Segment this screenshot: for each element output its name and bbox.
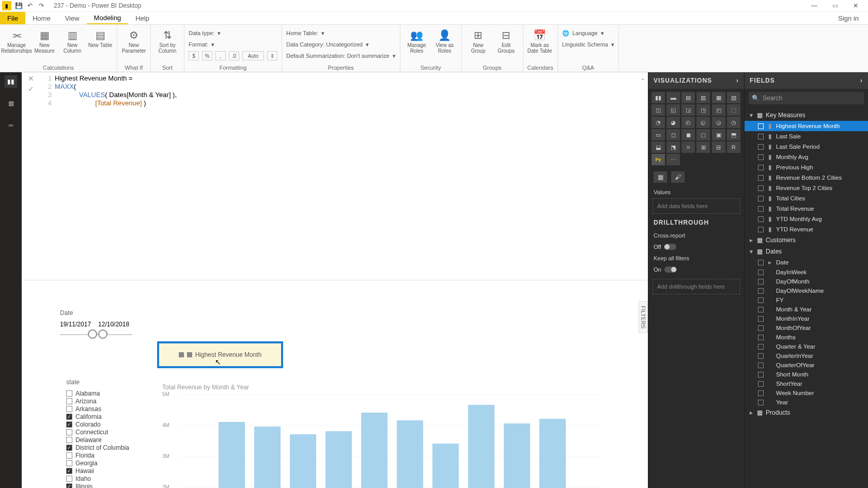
viz-type-button[interactable]: ▣ — [712, 129, 725, 140]
chart-bar[interactable] — [468, 405, 494, 488]
field-checkbox[interactable] — [758, 335, 764, 340]
sort-by-column-button[interactable]: ⇅Sort by Column — [155, 28, 180, 54]
checkbox-icon[interactable] — [66, 390, 72, 397]
checkbox-icon[interactable]: ✓ — [66, 483, 72, 488]
viz-type-button[interactable]: R — [727, 141, 740, 153]
checkbox-icon[interactable]: ✓ — [66, 414, 72, 420]
field-item[interactable]: ▮Revenue Top 2 Cities — [745, 183, 868, 193]
field-checkbox[interactable] — [758, 144, 764, 150]
save-icon[interactable]: 💾 — [14, 2, 23, 10]
field-checkbox[interactable] — [758, 307, 764, 312]
format-tab[interactable]: 🖌 — [671, 171, 685, 183]
viz-type-button[interactable]: ◲ — [681, 104, 695, 116]
table-header[interactable]: ▸▦Products — [745, 407, 868, 418]
linguistic-schema-dropdown[interactable]: Linguistic Schema ▾ — [562, 39, 614, 50]
slider-handle-end[interactable] — [98, 329, 107, 339]
state-item[interactable]: ✓Colorado — [66, 421, 129, 428]
home-table-dropdown[interactable]: Home Table: ▾ — [286, 28, 396, 38]
checkbox-icon[interactable] — [66, 398, 72, 404]
field-checkbox[interactable] — [758, 316, 764, 322]
summarization-dropdown[interactable]: Default Summarization: Don't summarize ▾ — [286, 51, 396, 61]
field-checkbox[interactable] — [758, 123, 764, 129]
viz-type-button[interactable]: ◱ — [667, 104, 680, 116]
tab-file[interactable]: File — [0, 12, 25, 24]
viz-type-button[interactable]: Py — [652, 154, 665, 165]
checkbox-icon[interactable] — [66, 476, 72, 482]
field-item[interactable]: ▮YTD Monthly Avg — [745, 214, 868, 224]
field-item[interactable]: ▮Monthly Avg — [745, 152, 868, 162]
viz-type-button[interactable]: ⊟ — [712, 141, 725, 153]
viz-type-button[interactable]: ◼ — [681, 129, 695, 140]
bar-chart[interactable]: Total Revenue by Month & Year 0M1M2M3M4M… — [162, 384, 601, 488]
viz-type-button[interactable]: ⬚ — [727, 104, 740, 116]
close-button[interactable]: ✕ — [845, 2, 866, 9]
field-item[interactable]: Month & Year — [745, 305, 868, 314]
viz-type-button[interactable]: ⬓ — [652, 141, 665, 153]
field-checkbox[interactable] — [758, 154, 764, 160]
field-checkbox[interactable] — [758, 165, 764, 170]
new-column-button[interactable]: ▥New Column — [60, 28, 85, 54]
viz-type-button[interactable]: ▦ — [712, 92, 725, 103]
field-checkbox[interactable] — [758, 175, 764, 181]
fields-well-tab[interactable]: ▦ — [654, 171, 667, 183]
viz-type-button[interactable]: ⬔ — [667, 141, 680, 153]
collapse-viz-icon[interactable]: › — [736, 77, 739, 84]
minimize-button[interactable]: — — [804, 2, 825, 9]
cross-report-toggle[interactable] — [664, 244, 676, 250]
viz-type-button[interactable]: ▢ — [696, 129, 710, 140]
fields-search[interactable]: 🔍 Search — [749, 92, 864, 104]
maximize-button[interactable]: ▭ — [825, 2, 845, 9]
state-slicer[interactable]: state AlabamaArizonaArkansas✓California✓… — [66, 379, 129, 488]
data-view-icon[interactable]: ▦ — [5, 97, 17, 109]
field-item[interactable]: DayOfWeekName — [745, 286, 868, 295]
viz-type-button[interactable]: ◰ — [712, 104, 725, 116]
field-item[interactable]: ShortYear — [745, 379, 868, 388]
state-item[interactable]: Delaware — [66, 436, 129, 444]
date-slider[interactable] — [60, 334, 132, 335]
field-item[interactable]: ▮Total Revenue — [745, 203, 868, 214]
redo-icon[interactable]: ↷ — [37, 2, 45, 10]
spinner-icon[interactable]: ⇕ — [267, 51, 277, 60]
tab-modeling[interactable]: Modeling — [87, 12, 129, 24]
drillthrough-well[interactable]: Add drillthrough fields here — [653, 279, 740, 294]
edit-groups-button[interactable]: ⊟Edit Groups — [494, 28, 519, 54]
field-checkbox[interactable] — [758, 390, 764, 396]
view-as-roles-button[interactable]: 👤View as Roles — [432, 28, 457, 54]
field-item[interactable]: ▮Previous High — [745, 162, 868, 172]
field-item[interactable]: DayOfMonth — [745, 277, 868, 286]
chart-bar[interactable] — [432, 444, 459, 488]
checkbox-icon[interactable] — [66, 429, 72, 435]
chart-bar[interactable] — [539, 419, 566, 488]
field-item[interactable]: ▮Total Cities — [745, 193, 868, 203]
field-checkbox[interactable] — [758, 400, 764, 405]
field-item[interactable]: ▮Highest Revenue Month — [745, 121, 868, 131]
field-checkbox[interactable] — [758, 344, 764, 350]
field-checkbox[interactable] — [758, 227, 764, 232]
field-item[interactable]: Quarter & Year — [745, 342, 868, 351]
formula-bar[interactable]: ✕ ✓ 1Highest Revenue Month = 2MAXX( 3 VA… — [22, 72, 648, 280]
viz-type-button[interactable]: ◵ — [696, 117, 710, 128]
field-item[interactable]: ▮YTD Revenue — [745, 224, 868, 234]
field-checkbox[interactable] — [758, 279, 764, 285]
chart-bar[interactable] — [290, 434, 316, 488]
decimal-decrease-button[interactable]: .0 — [229, 51, 239, 60]
checkbox-icon[interactable] — [66, 437, 72, 443]
state-item[interactable]: Arizona — [66, 398, 129, 405]
new-measure-button[interactable]: ▦New Measure — [32, 28, 57, 54]
field-checkbox[interactable] — [758, 260, 764, 265]
chart-bar[interactable] — [504, 423, 530, 488]
field-checkbox[interactable] — [758, 185, 764, 191]
field-checkbox[interactable] — [758, 216, 764, 222]
report-canvas[interactable]: FILTERS Date 19/11/2017 12/10/2018 Highe… — [22, 280, 648, 488]
checkbox-icon[interactable] — [66, 452, 72, 459]
field-item[interactable]: ▸Date — [745, 257, 868, 267]
state-item[interactable]: ✓California — [66, 413, 129, 420]
field-item[interactable]: MonthInYear — [745, 314, 868, 323]
field-checkbox[interactable] — [758, 372, 764, 377]
field-checkbox[interactable] — [758, 381, 764, 387]
viz-type-button[interactable]: ⋯ — [667, 154, 680, 165]
field-item[interactable]: ▮Revenue Bottom 2 Cities — [745, 172, 868, 183]
state-item[interactable]: Connecticut — [66, 429, 129, 436]
field-item[interactable]: ▮Last Sale — [745, 131, 868, 141]
table-header[interactable]: ▾▦Key Measures — [745, 109, 868, 121]
